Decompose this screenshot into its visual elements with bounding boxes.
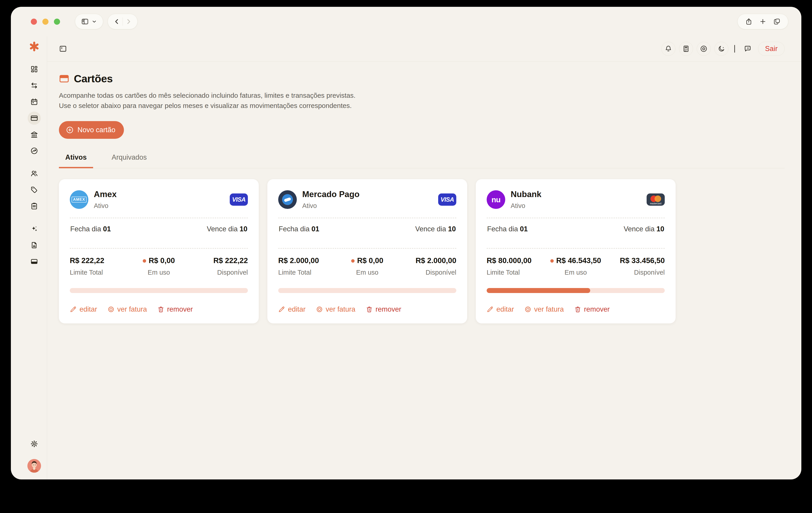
sidebar-item-dashboard[interactable] <box>28 62 41 76</box>
sidebar-item-bank[interactable] <box>28 128 41 141</box>
edit-card-button[interactable]: editar <box>278 305 306 314</box>
card-status: Ativo <box>94 202 117 210</box>
mercado-pago-avatar <box>278 190 297 209</box>
sidebar-item-calendar[interactable] <box>28 95 41 108</box>
sidebar-nav <box>28 62 41 271</box>
used-value: R$ 0,00 <box>357 256 383 265</box>
divider <box>70 248 248 248</box>
gear-icon <box>30 440 38 448</box>
handshake-logo <box>282 194 293 205</box>
edit-card-button[interactable]: editar <box>487 305 514 314</box>
due-day-value: 10 <box>448 225 456 233</box>
panel-sidebar-icon[interactable] <box>81 18 89 25</box>
sidebar-item-reports[interactable] <box>28 239 41 252</box>
close-window-button[interactable] <box>31 19 37 25</box>
remove-card-button[interactable]: remover <box>574 305 610 314</box>
bank-icon <box>30 131 38 138</box>
stats-row: R$ 222,22 Limite Total R$ 0,00 Em uso R$… <box>70 256 248 276</box>
tab-arquivados[interactable]: Arquivados <box>105 153 153 168</box>
feedback-button[interactable] <box>741 42 754 56</box>
close-day-value: 01 <box>103 225 111 233</box>
browser-actions <box>737 14 788 29</box>
logout-button[interactable]: Sair <box>758 42 785 56</box>
avatar-illustration <box>27 459 41 473</box>
new-card-button[interactable]: Novo cartão <box>59 121 124 139</box>
page-description: Acompanhe todas os cartões do mês seleci… <box>59 90 362 111</box>
available-value: R$ 2.000,00 <box>397 256 456 265</box>
privacy-eye-button[interactable] <box>697 42 711 56</box>
pencil-icon <box>487 306 493 313</box>
forward-icon[interactable] <box>125 18 132 25</box>
trash-icon <box>574 306 581 313</box>
visa-badge-label: VISA <box>232 196 245 203</box>
new-tab-icon[interactable] <box>759 18 766 25</box>
card-name: Nubank <box>511 190 542 199</box>
clipboard-icon <box>30 202 38 210</box>
page-title: Cartões <box>74 72 113 85</box>
usage-progressbar <box>70 288 248 293</box>
remove-card-button[interactable]: remover <box>157 305 193 314</box>
view-invoice-button[interactable]: ver fatura <box>108 305 147 314</box>
limit-value: R$ 222,22 <box>70 256 129 265</box>
due-day-value: 10 <box>240 225 248 233</box>
sidebar-item-settings[interactable] <box>28 437 41 451</box>
dark-mode-button[interactable] <box>714 42 728 56</box>
chat-bubble-icon <box>744 45 752 53</box>
view-invoice-button[interactable]: ver fatura <box>524 305 564 314</box>
sidebar-item-tags[interactable] <box>28 183 41 196</box>
card-status: Ativo <box>511 202 542 210</box>
close-day-label: Fecha dia <box>487 225 518 233</box>
view-invoice-button[interactable]: ver fatura <box>316 305 355 314</box>
limit-value: R$ 80.000,00 <box>487 256 546 265</box>
usage-progress-fill <box>487 288 590 293</box>
sidebar-item-planner[interactable] <box>28 199 41 213</box>
chevron-down-icon[interactable] <box>91 19 97 24</box>
back-icon[interactable] <box>114 18 120 25</box>
card-mercado-pago: Mercado Pago Ativo VISA Fecha dia 01 <box>267 179 467 323</box>
collapse-panel-icon[interactable] <box>59 45 67 53</box>
share-icon[interactable] <box>745 18 752 25</box>
pencil-icon <box>278 306 285 313</box>
sidebar-item-transfers[interactable] <box>28 79 41 92</box>
page-content: Cartões Acompanhe todas os cartões do mê… <box>47 61 801 480</box>
card-actions: editar ver fatura <box>278 305 456 314</box>
user-avatar[interactable] <box>27 459 41 473</box>
browser-window: Sair Cartões Acompanhe todas os cartões … <box>11 7 801 480</box>
calculator-button[interactable] <box>679 42 693 56</box>
sidebar-item-users[interactable] <box>28 167 41 180</box>
app-logo[interactable] <box>29 41 39 53</box>
usage-dot <box>351 259 354 263</box>
nubank-avatar-label: nu <box>491 195 500 204</box>
zoom-window-button[interactable] <box>54 19 60 25</box>
sidebar-item-cards[interactable] <box>28 112 41 125</box>
due-day-label: Vence dia <box>207 225 238 233</box>
remove-label: remover <box>376 305 402 314</box>
card-amex: AMEX Amex Ativo VISA <box>59 179 259 323</box>
available-label: Disponível <box>605 269 665 276</box>
header-actions: Sair <box>661 42 785 56</box>
sidebar-toggle-group[interactable] <box>75 14 103 29</box>
remove-card-button[interactable]: remover <box>366 305 402 314</box>
minimize-window-button[interactable] <box>42 19 49 25</box>
sidebar-item-investments[interactable] <box>28 144 41 157</box>
invoice-label: ver fatura <box>326 305 355 314</box>
usage-progressbar <box>487 288 665 293</box>
tab-overview-icon[interactable] <box>773 18 781 25</box>
tab-ativos[interactable]: Ativos <box>59 153 93 168</box>
transfers-icon <box>30 82 38 89</box>
available-value: R$ 222,22 <box>188 256 248 265</box>
tag-icon <box>30 186 38 194</box>
sidebar-item-subscriptions[interactable] <box>28 255 41 268</box>
card-status: Ativo <box>302 202 359 210</box>
sidebar-item-assistant[interactable] <box>28 222 41 236</box>
visa-badge: VISA <box>438 193 456 206</box>
notifications-button[interactable] <box>661 42 675 56</box>
nubank-avatar: nu <box>487 190 505 209</box>
used-label: Em uso <box>129 269 188 276</box>
edit-card-button[interactable]: editar <box>70 305 97 314</box>
used-label: Em uso <box>338 269 397 276</box>
screen: Sair Cartões Acompanhe todas os cartões … <box>0 0 812 513</box>
remove-label: remover <box>167 305 193 314</box>
mastercard-badge: mastercard <box>647 193 665 206</box>
amex-avatar-label: AMEX <box>71 197 86 202</box>
